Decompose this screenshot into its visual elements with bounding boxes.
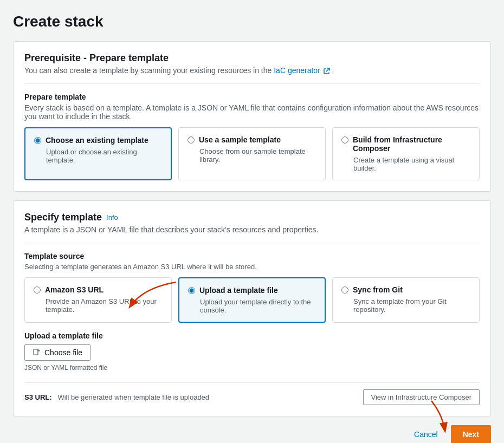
label-sample[interactable]: Use a sample template <box>199 135 281 144</box>
desc-existing: Upload or choose an existing template. <box>46 148 162 164</box>
file-upload-icon <box>33 348 41 357</box>
option-sync-git[interactable]: Sync from Git Sync a template from your … <box>332 277 480 323</box>
option-sample-template[interactable]: Use a sample template Choose from our sa… <box>178 127 326 180</box>
option-s3-url[interactable]: Amazon S3 URL Provide an Amazon S3 URL t… <box>24 277 172 323</box>
choose-file-label: Choose file <box>44 348 82 357</box>
prepare-template-desc: Every stack is based on a template. A te… <box>24 103 480 121</box>
radio-upload[interactable] <box>188 287 195 294</box>
desc-upload: Upload your template directly to the con… <box>200 298 316 314</box>
option-existing-template[interactable]: Choose an existing template Upload or ch… <box>24 127 172 180</box>
template-type-options: Choose an existing template Upload or ch… <box>24 127 480 180</box>
choose-file-button[interactable]: Choose file <box>24 344 91 361</box>
label-existing[interactable]: Choose an existing template <box>46 136 148 145</box>
desc-composer: Create a template using a visual builder… <box>353 156 470 172</box>
label-git[interactable]: Sync from Git <box>353 285 403 294</box>
external-link-icon <box>324 68 330 74</box>
prerequisite-title: Prerequisite - Prepare template <box>24 53 480 64</box>
specify-template-desc: A template is a JSON or YAML file that d… <box>24 225 480 234</box>
radio-composer[interactable] <box>341 136 348 144</box>
label-composer[interactable]: Build from Infrastructure Composer <box>353 135 470 153</box>
upload-section: Upload a template file Choose file JSON … <box>24 331 480 372</box>
prerequisite-subtitle: You can also create a template by scanni… <box>24 66 480 75</box>
divider-2 <box>24 243 480 243</box>
view-composer-button[interactable]: View in Infrastructure Composer <box>363 389 480 405</box>
template-source-desc: Selecting a template generates an Amazon… <box>24 263 480 271</box>
radio-git[interactable] <box>341 286 348 294</box>
s3-url-label: S3 URL: <box>24 393 52 401</box>
prepare-template-label: Prepare template <box>24 93 480 101</box>
desc-s3url: Provide an Amazon S3 URL to your templat… <box>46 297 163 314</box>
label-upload[interactable]: Upload a template file <box>199 286 278 295</box>
divider <box>24 83 480 84</box>
iac-generator-link[interactable]: IaC generator <box>274 66 320 75</box>
file-format-note: JSON or YAML formatted file <box>24 364 480 372</box>
page-title: Create stack <box>13 13 491 30</box>
option-upload-file[interactable]: Upload a template file Upload your templ… <box>178 277 326 323</box>
radio-existing[interactable] <box>34 137 41 144</box>
option-composer-template[interactable]: Build from Infrastructure Composer Creat… <box>332 127 480 180</box>
info-link[interactable]: Info <box>106 213 118 222</box>
footer-actions: Cancel Next <box>13 425 491 443</box>
specify-template-title: Specify template <box>24 212 102 223</box>
desc-git: Sync a template from your Git repository… <box>353 297 470 314</box>
radio-sample[interactable] <box>188 136 195 144</box>
s3-url-value: Will be generated when template file is … <box>57 393 209 401</box>
next-button[interactable]: Next <box>451 425 491 443</box>
s3-url-row: S3 URL: Will be generated when template … <box>24 382 480 405</box>
label-s3url[interactable]: Amazon S3 URL <box>45 285 104 294</box>
template-source-options: Amazon S3 URL Provide an Amazon S3 URL t… <box>24 277 480 323</box>
specify-template-card: Specify template Info A template is a JS… <box>13 200 491 416</box>
upload-section-label: Upload a template file <box>24 331 480 340</box>
template-source-label: Template source <box>24 252 480 260</box>
svg-rect-0 <box>34 349 38 355</box>
prerequisite-card: Prerequisite - Prepare template You can … <box>13 41 491 192</box>
s3-url-text: S3 URL: Will be generated when template … <box>24 393 209 401</box>
radio-s3url[interactable] <box>34 286 41 294</box>
desc-sample: Choose from our sample template library. <box>199 147 316 164</box>
cancel-button[interactable]: Cancel <box>408 427 444 442</box>
